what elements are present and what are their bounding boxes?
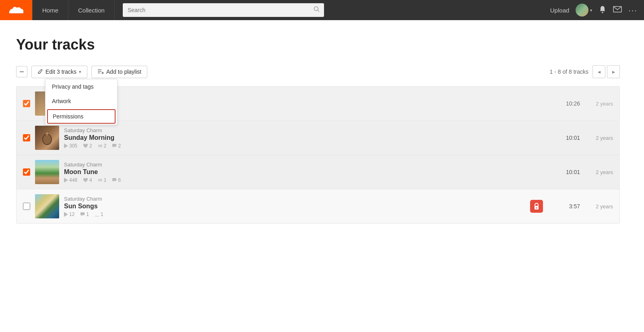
track-3-artist: Saturday Charm <box>64 162 551 168</box>
dropdown-item-permissions[interactable]: Permissions <box>47 109 116 124</box>
dropdown-item-privacy-tags[interactable]: Privacy and tags <box>45 79 117 94</box>
prev-page-button[interactable]: ◂ <box>592 65 605 78</box>
svg-point-7 <box>314 7 318 11</box>
track-4-stats: 12 1 1 <box>64 212 525 217</box>
track-4-checkbox[interactable] <box>23 203 30 210</box>
nav-home[interactable]: Home <box>32 0 68 20</box>
svg-rect-6 <box>9 12 23 13</box>
tracks-count: 1 - 8 of 8 tracks <box>550 68 588 75</box>
messages-mail-icon[interactable] <box>613 6 622 15</box>
avatar-area[interactable]: ▾ <box>576 4 592 17</box>
track-4-artist: Saturday Charm <box>64 196 525 202</box>
notifications-bell-icon[interactable] <box>599 5 607 15</box>
track-3-age: 2 years <box>585 169 613 175</box>
track-1-age: 2 years <box>585 101 613 107</box>
avatar <box>576 4 588 17</box>
track-2-checkbox[interactable] <box>23 134 30 141</box>
track-1-info: Saturday Charm 1 5 <box>64 97 551 110</box>
table-row: Saturday Charm Moon Tune 448 4 1 <box>17 155 619 189</box>
track-4-lock <box>530 200 543 213</box>
pagination-controls: ◂ ▸ <box>592 65 620 78</box>
svg-marker-21 <box>64 143 68 148</box>
track-2-likes-stat: 2 <box>83 143 92 149</box>
pencil-icon <box>37 68 43 75</box>
svg-point-9 <box>602 12 603 13</box>
search-input[interactable] <box>123 3 324 17</box>
search-wrapper <box>123 3 324 17</box>
svg-line-8 <box>318 10 319 12</box>
edit-dropdown-menu: Privacy and tags Artwork Permissions <box>45 79 118 125</box>
search-area <box>123 3 542 17</box>
track-3-thumbnail <box>35 160 59 184</box>
track-3-title: Moon Tune <box>64 168 551 176</box>
track-4-duration: 3:57 <box>556 203 580 210</box>
toolbar: Edit 3 tracks ▾ Privacy and tags Artwork… <box>16 65 620 78</box>
track-1-duration: 10:26 <box>556 100 580 107</box>
svg-point-18 <box>43 135 51 144</box>
track-2-age: 2 years <box>585 135 613 141</box>
dropdown-item-artwork[interactable]: Artwork <box>45 94 117 108</box>
track-4-comments-stat: 1 <box>80 212 89 217</box>
lock-icon <box>530 200 543 213</box>
track-2-info: Saturday Charm Sunday Morning 305 2 2 <box>64 127 551 149</box>
track-3-likes-stat: 4 <box>83 177 92 183</box>
deselect-button[interactable] <box>16 66 27 77</box>
soundcloud-logo-icon <box>8 4 24 17</box>
track-1-artist: Saturday Charm <box>64 97 551 103</box>
track-1-stats: 1 5 <box>64 105 551 110</box>
track-2-stats: 305 2 2 2 <box>64 143 551 149</box>
track-2-reposts-stat: 2 <box>98 143 107 149</box>
nav-collection[interactable]: Collection <box>68 0 115 20</box>
track-2-comments-stat: 2 <box>112 143 121 149</box>
track-4-age: 2 years <box>585 203 613 210</box>
list-add-icon <box>97 68 104 75</box>
track-4-thumbnail <box>35 194 59 218</box>
track-2-duration: 10:01 <box>556 135 580 141</box>
track-2-artist: Saturday Charm <box>64 127 551 133</box>
track-3-stats: 448 4 1 6 <box>64 177 551 183</box>
track-1-checkbox[interactable] <box>23 100 30 107</box>
table-row: Saturday Charm Sunday Morning 305 2 2 <box>17 121 619 155</box>
track-4-plays-stat: 12 <box>64 212 74 217</box>
track-4-title: Sun Songs <box>64 203 525 210</box>
next-page-button[interactable]: ▸ <box>607 65 620 78</box>
more-options-icon[interactable]: ··· <box>628 6 638 15</box>
track-4-info: Saturday Charm Sun Songs 12 1 1 <box>64 196 525 217</box>
track-2-plays-stat: 305 <box>64 143 77 149</box>
table-row: Saturday Charm Sun Songs 12 1 1 <box>17 189 619 223</box>
upload-button[interactable]: Upload <box>550 7 570 14</box>
track-4-downloads-stat: 1 <box>95 212 103 217</box>
add-to-playlist-button[interactable]: Add to playlist <box>91 66 147 78</box>
track-2-thumbnail <box>35 126 59 150</box>
track-3-comments-stat: 6 <box>112 177 121 183</box>
search-icon <box>314 6 320 14</box>
track-3-reposts-stat: 1 <box>98 177 107 183</box>
page-title: Your tracks <box>16 36 620 53</box>
svg-marker-22 <box>64 178 68 183</box>
track-3-plays-stat: 448 <box>64 177 77 183</box>
edit-chevron-icon: ▾ <box>79 69 81 75</box>
track-3-duration: 10:01 <box>556 169 580 175</box>
svg-rect-11 <box>20 72 24 73</box>
header: Home Collection Upload ▾ <box>0 0 644 20</box>
edit-tracks-button[interactable]: Edit 3 tracks ▾ <box>31 66 87 78</box>
track-2-title: Sunday Morning <box>64 134 551 141</box>
svg-marker-23 <box>64 212 68 217</box>
main-content: Your tracks Edit 3 tracks ▾ Privacy and … <box>0 20 644 240</box>
avatar-chevron-icon: ▾ <box>590 8 592 12</box>
header-right: Upload ▾ ··· <box>550 4 644 17</box>
svg-point-25 <box>536 208 537 209</box>
track-3-info: Saturday Charm Moon Tune 448 4 1 <box>64 162 551 183</box>
logo[interactable] <box>0 0 32 20</box>
track-3-checkbox[interactable] <box>23 168 30 176</box>
